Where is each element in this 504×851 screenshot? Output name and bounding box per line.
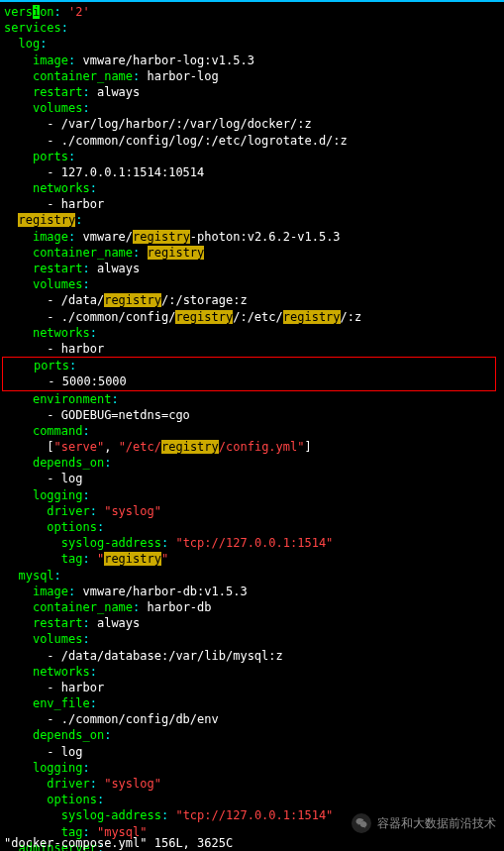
code-line: image: vmware/harbor-log:v1.5.3 [4,53,500,68]
code-line: volumes: [4,631,500,647]
code-line: volumes: [4,276,500,292]
code-line: registry: [4,212,500,228]
code-line: - log [4,471,500,486]
code-line: networks: [4,325,500,341]
code-line: services: [4,20,500,36]
code-line: depends_on: [4,455,500,471]
code-line: - ./common/config/registry/:/etc/registr… [4,309,500,325]
code-line: container_name: registry [4,245,500,261]
code-line: restart: always [4,615,500,631]
code-line: container_name: harbor-db [4,599,500,615]
wechat-icon [352,813,371,833]
code-line: version: '2' [4,4,500,20]
code-line: - ./common/config/db/env [4,711,500,727]
code-line: - /data/registry/:/storage:z [4,292,500,308]
code-line: options: [4,519,500,535]
code-line: driver: "syslog" [4,503,500,519]
code-line: image: vmware/harbor-db:v1.5.3 [4,584,500,599]
code-line: - /var/log/harbor/:/var/log/docker/:z [4,116,500,132]
code-line: - harbor [4,196,500,212]
code-line: ports: [4,149,500,164]
code-line: depends_on: [4,727,500,743]
code-line: restart: always [4,261,500,276]
code-line: tag: "registry" [4,551,500,567]
code-line: - GODEBUG=netdns=cgo [4,407,500,423]
code-line: container_name: harbor-log [4,68,500,84]
code-line: driver: "syslog" [4,776,500,792]
highlighted-ports-section: ports: - 5000:5000 [2,357,496,390]
code-line: networks: [4,180,500,196]
code-line: volumes: [4,100,500,116]
vim-status-bar: "docker-compose.yml" 156L, 3625C [4,835,233,851]
terminal-viewport[interactable]: version: '2' services: log: image: vmwar… [0,0,504,851]
code-line: - /data/database:/var/lib/mysql:z [4,648,500,664]
code-line: env_file: [4,695,500,711]
code-line: - ./common/config/log/:/etc/logrotate.d/… [4,133,500,149]
code-line: ["serve", "/etc/registry/config.yml"] [4,439,500,455]
code-line: command: [4,423,500,439]
code-line: - harbor [4,680,500,695]
watermark: 容器和大数据前沿技术 [352,813,496,833]
code-line: image: vmware/registry-photon:v2.6.2-v1.… [4,229,500,245]
code-line: - harbor [4,341,500,357]
watermark-text: 容器和大数据前沿技术 [377,815,496,831]
code-line: networks: [4,664,500,680]
code-line: environment: [4,391,500,407]
code-line: restart: always [4,84,500,100]
code-line: - 127.0.0.1:1514:10514 [4,164,500,180]
code-line: syslog-address: "tcp://127.0.0.1:1514" [4,535,500,551]
code-line: - log [4,744,500,760]
code-line: logging: [4,760,500,776]
code-line: - 5000:5000 [5,373,495,389]
code-line: logging: [4,487,500,503]
code-line: ports: [5,358,495,373]
code-line: mysql: [4,568,500,584]
code-line: options: [4,792,500,807]
code-line: log: [4,36,500,52]
